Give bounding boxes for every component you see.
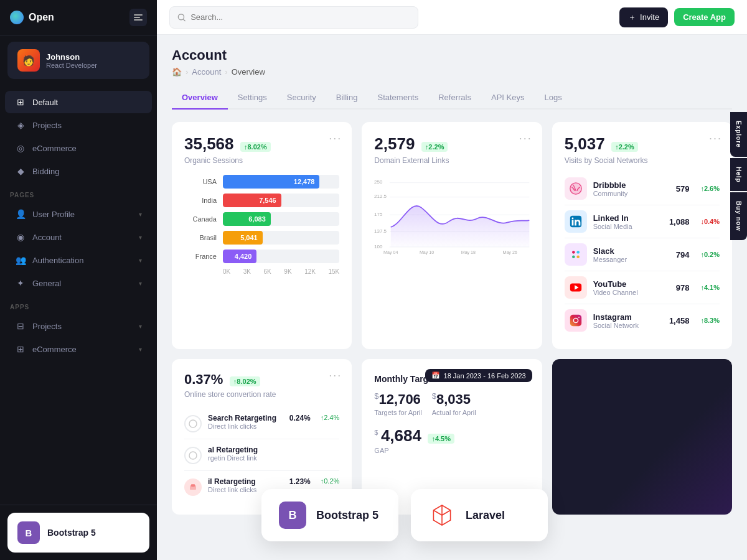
retarget-icon <box>184 447 202 464</box>
retarget-sub: Direct link clicks <box>208 422 276 430</box>
stats-grid: ··· 35,568 ↑8.02% Organic Sessions USA 1… <box>172 122 732 349</box>
sidebar: Open 🧑 Johnson React Developer ⊞ Default… <box>0 0 157 560</box>
social-change: ↑2.6% <box>700 185 720 192</box>
stat-more-button[interactable]: ··· <box>519 132 532 145</box>
sidebar-item-bidding[interactable]: ◆ Bidding <box>5 160 152 182</box>
bar-row-brasil: Brasil 5,041 <box>184 231 339 245</box>
targets-row: $12,706 Targets for April $8,035 Actual … <box>374 391 529 416</box>
projects-icon: ◈ <box>15 119 26 131</box>
buy-now-tab[interactable]: Buy now <box>730 192 747 240</box>
svg-point-23 <box>571 218 573 220</box>
actual-amount: $8,035 <box>432 391 476 408</box>
retargeting-list: Search Retargeting Direct link clicks 0.… <box>184 408 339 502</box>
search-input[interactable] <box>190 12 410 22</box>
retarget-info: il Retargeting Direct link clicks <box>208 477 256 493</box>
sidebar-item-projects-app[interactable]: ⊟ Projects ▾ <box>5 315 152 337</box>
help-tab[interactable]: Help <box>730 158 747 192</box>
sidebar-item-label: eCommerce <box>32 144 77 153</box>
actual-april: $8,035 Actual for April <box>432 391 476 416</box>
create-app-button[interactable]: Create App <box>674 8 735 26</box>
social-value: 794 <box>676 250 690 259</box>
stat-number: 2,579 <box>374 134 415 153</box>
stat-badge-domain: ↑2.2% <box>421 142 448 152</box>
calendar-icon: 📅 <box>431 371 440 380</box>
tab-settings[interactable]: Settings <box>228 86 277 110</box>
sidebar-item-general[interactable]: ✦ General ▾ <box>5 272 152 294</box>
bar-track: 12,478 <box>223 175 339 189</box>
topbar: ＋ Invite Create App <box>157 0 747 35</box>
breadcrumb-account-link[interactable]: Account <box>192 67 221 77</box>
topbar-right: ＋ Invite Create App <box>619 7 735 27</box>
invite-label: Invite <box>640 12 659 22</box>
sidebar-item-ecommerce-app[interactable]: ⊞ eCommerce ▾ <box>5 338 152 360</box>
retarget-change: ↑2.4% <box>321 414 340 421</box>
sidebar-item-authentication[interactable]: 👥 Authentication ▾ <box>5 249 152 271</box>
tab-referrals[interactable]: Referrals <box>428 86 481 110</box>
svg-text:May 04: May 04 <box>383 250 398 255</box>
grid-icon: ⊞ <box>15 96 26 108</box>
retarget-name: Search Retargeting <box>208 414 276 422</box>
ecommerce-icon: ◎ <box>15 142 26 154</box>
social-type: Social Network <box>593 322 639 329</box>
sidebar-item-projects[interactable]: ◈ Projects <box>5 114 152 136</box>
sidebar-toggle-button[interactable] <box>129 9 147 26</box>
invite-button[interactable]: ＋ Invite <box>619 7 668 27</box>
stat-value-organic: 35,568 ↑8.02% <box>184 134 339 154</box>
sidebar-item-label: Account <box>32 233 62 242</box>
sidebar-item-label: Projects <box>32 121 62 130</box>
stat-more-button[interactable]: ··· <box>709 132 722 145</box>
stat-label-social: Visits by Social Networks <box>565 156 720 165</box>
social-name: YouTube <box>593 279 638 289</box>
stat-more-button[interactable]: ··· <box>329 369 342 382</box>
tab-statements[interactable]: Statements <box>367 86 428 110</box>
tab-billing[interactable]: Billing <box>326 86 368 110</box>
user-card[interactable]: 🧑 Johnson React Developer <box>7 42 149 79</box>
retarget-pct: 0.24% <box>289 414 311 422</box>
chevron-down-icon: ▾ <box>139 234 142 241</box>
dribbble-info: Dribbble Community <box>593 180 628 197</box>
user-profile-icon: 👤 <box>15 208 26 220</box>
side-tabs: Explore Help Buy now <box>730 112 747 240</box>
bar-track: 4,420 <box>223 250 339 263</box>
sidebar-item-account[interactable]: ◉ Account ▾ <box>5 226 152 248</box>
tab-security[interactable]: Security <box>277 86 326 110</box>
app-name: Open <box>29 12 54 23</box>
ecommerce-app-icon: ⊞ <box>15 343 26 355</box>
sidebar-item-default[interactable]: ⊞ Default <box>5 91 152 113</box>
explore-tab[interactable]: Explore <box>730 112 747 157</box>
svg-point-25 <box>572 251 575 254</box>
bar-fill-usa: 12,478 <box>223 175 319 189</box>
svg-rect-22 <box>571 220 573 225</box>
svg-text:May 10: May 10 <box>420 250 434 255</box>
bar-row-usa: USA 12,478 <box>184 175 339 189</box>
tabs: Overview Settings Security Billing State… <box>172 86 732 110</box>
bar-label: Brasil <box>184 234 217 241</box>
stat-more-button[interactable]: ··· <box>329 132 342 145</box>
retarget-sub: Direct link clicks <box>208 486 256 493</box>
svg-rect-2 <box>134 19 143 21</box>
conversion-rate-card: ··· 0.37% ↑8.02% Online store convertion… <box>172 359 352 515</box>
svg-rect-24 <box>569 248 583 261</box>
social-name: Slack <box>593 246 627 256</box>
retarget-sub: rgetin Direct link <box>208 454 258 462</box>
social-item-youtube: YouTube Video Channel 978 ↑4.1% <box>565 271 720 304</box>
youtube-info: YouTube Video Channel <box>593 279 638 296</box>
dribbble-logo <box>565 177 587 200</box>
main-content: ＋ Invite Create App Account 🏠 › Account … <box>157 0 747 560</box>
bar-track: 6,083 <box>223 212 339 226</box>
date-range: 18 Jan 2023 - 16 Feb 2023 <box>444 372 526 380</box>
pages-section-label: PAGES <box>0 183 157 202</box>
tab-api-keys[interactable]: API Keys <box>481 86 534 110</box>
tab-logs[interactable]: Logs <box>534 86 571 110</box>
sidebar-item-user-profile[interactable]: 👤 User Profile ▾ <box>5 203 152 225</box>
social-change: ↑4.1% <box>700 284 720 291</box>
social-value: 1,458 <box>669 316 690 325</box>
retarget-search: Search Retargeting Direct link clicks 0.… <box>184 408 339 439</box>
social-name: Dribbble <box>593 180 628 190</box>
search-bar <box>169 6 418 29</box>
bar-label: France <box>184 253 217 260</box>
bar-label: India <box>184 197 217 204</box>
tab-overview[interactable]: Overview <box>172 86 228 110</box>
sidebar-item-ecommerce[interactable]: ◎ eCommerce <box>5 137 152 159</box>
bar-axis: 0K3K6K9K12K15K <box>223 268 339 275</box>
